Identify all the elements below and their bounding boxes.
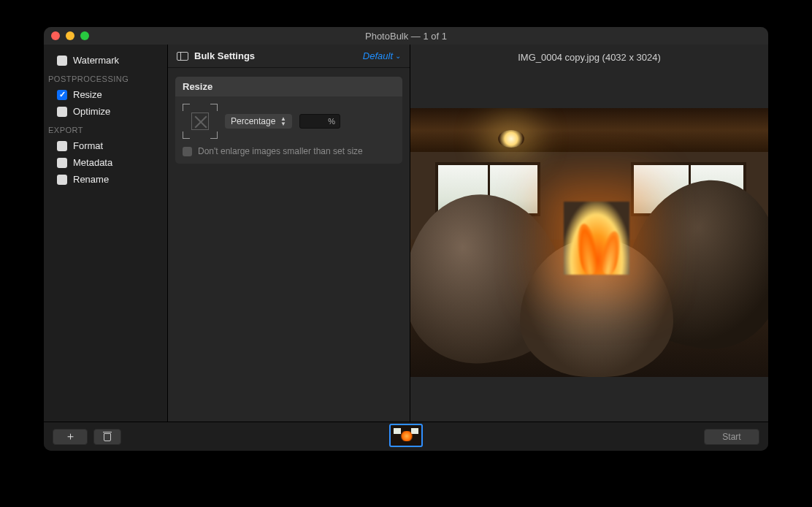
add-button[interactable]: ＋ xyxy=(53,429,88,445)
sidebar-section-export: EXPORT xyxy=(44,120,167,137)
sidebar-item-optimize[interactable]: Optimize xyxy=(44,103,167,120)
sidebar-item-watermark[interactable]: Watermark xyxy=(44,52,167,69)
checkbox-resize[interactable] xyxy=(57,90,67,100)
start-label: Start xyxy=(722,432,740,442)
chevron-down-icon: ⌄ xyxy=(395,52,401,60)
sidebar-item-format[interactable]: Format xyxy=(44,137,167,154)
sidebar-item-label: Format xyxy=(73,140,103,151)
sidebar-item-label: Optimize xyxy=(73,106,110,117)
titlebar: PhotoBulk — 1 of 1 xyxy=(44,27,768,45)
thumbnail-selected[interactable] xyxy=(389,424,423,447)
settings-title: Bulk Settings xyxy=(194,50,255,61)
start-button[interactable]: Start xyxy=(704,429,759,445)
percentage-input[interactable]: % xyxy=(299,114,340,129)
sidebar-item-label: Rename xyxy=(73,174,109,185)
window-title: PhotoBulk — 1 of 1 xyxy=(44,31,768,42)
sidebar-item-label: Resize xyxy=(73,89,102,100)
sidebar-item-label: Watermark xyxy=(73,55,119,66)
dont-enlarge-row[interactable]: Don't enlarge images smaller than set si… xyxy=(183,146,395,156)
trash-icon xyxy=(103,432,112,441)
panel-title: Resize xyxy=(175,77,402,96)
select-value: Percentage xyxy=(231,116,275,126)
close-icon[interactable] xyxy=(51,31,60,40)
preset-dropdown[interactable]: Default ⌄ xyxy=(363,50,401,61)
sidebar-item-resize[interactable]: Resize xyxy=(44,86,167,103)
sidebar-item-label: Metadata xyxy=(73,157,112,168)
sidebar-section-postprocessing: POSTPROCESSING xyxy=(44,69,167,86)
preview-area xyxy=(410,63,768,422)
window-body: Watermark POSTPROCESSING Resize Optimize… xyxy=(44,45,768,422)
delete-button[interactable] xyxy=(93,429,121,445)
checkbox-rename[interactable] xyxy=(57,175,67,185)
sidebar-item-rename[interactable]: Rename xyxy=(44,171,167,188)
resize-panel: Resize Percentage ▲ xyxy=(175,77,402,164)
sidebar: Watermark POSTPROCESSING Resize Optimize… xyxy=(44,45,168,422)
preview-image xyxy=(410,108,768,377)
percentage-unit: % xyxy=(328,117,335,126)
footer: ＋ Start xyxy=(44,422,768,451)
checkbox-watermark[interactable] xyxy=(57,56,67,66)
sidebar-toggle-icon[interactable] xyxy=(177,52,188,61)
app-window: PhotoBulk — 1 of 1 Watermark POSTPROCESS… xyxy=(44,27,768,451)
preview-filename: IMG_0004 copy.jpg (4032 x 3024) xyxy=(410,45,768,63)
checkbox-format[interactable] xyxy=(57,141,67,151)
checkbox-dont-enlarge[interactable] xyxy=(183,147,192,156)
checkbox-metadata[interactable] xyxy=(57,158,67,168)
dont-enlarge-label: Don't enlarge images smaller than set si… xyxy=(198,146,363,156)
resize-mode-select[interactable]: Percentage ▲▼ xyxy=(225,114,292,129)
window-controls xyxy=(44,31,89,40)
resize-diagram-icon xyxy=(183,104,218,139)
plus-icon: ＋ xyxy=(65,430,76,443)
preview-pane: IMG_0004 copy.jpg (4032 x 3024) xyxy=(410,45,768,422)
zoom-icon[interactable] xyxy=(80,31,89,40)
checkbox-optimize[interactable] xyxy=(57,107,67,117)
minimize-icon[interactable] xyxy=(66,31,74,40)
sidebar-item-metadata[interactable]: Metadata xyxy=(44,154,167,171)
settings-pane: Bulk Settings Default ⌄ Resize xyxy=(168,45,410,422)
settings-header: Bulk Settings Default ⌄ xyxy=(168,45,410,68)
updown-icon: ▲▼ xyxy=(280,116,286,126)
preset-label: Default xyxy=(363,50,393,61)
